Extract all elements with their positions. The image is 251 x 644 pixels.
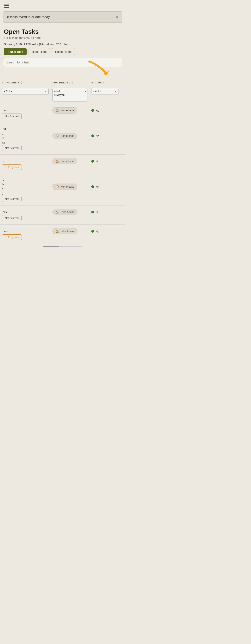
house-icon: 🏠 [55,160,59,163]
status-badge[interactable]: In Progress [2,234,22,240]
pro-dot [91,160,94,162]
table-row: e 🏠 Home base No In Progress [0,155,126,174]
arrow-annotation [87,60,111,75]
hide-filters-button[interactable]: Hide Filters [29,48,50,55]
status-filter-select[interactable]: - ALL - Not Started In Progress Complete… [91,88,119,95]
scrollbar-track [43,246,82,247]
table-row: dow 🏠 Home base No Not Started [0,104,126,123]
pro-needed-filter-cell: × No × Maybe ▾ [51,88,89,102]
calendar-view-link[interactable]: go here [31,36,41,40]
property-cell: 🏠 Home base [51,158,89,164]
banner-close-button[interactable]: × [116,15,118,19]
task-name-cell[interactable]: dow [0,108,51,113]
property-badge[interactable]: 🏠 Lake house [53,228,77,234]
status-filter-cell: - ALL - Not Started In Progress Complete… [89,88,120,102]
pro-needed-cell: No [89,109,120,112]
pro-needed-cell: No [89,134,120,138]
task-name-cell[interactable]: e le / ; [0,177,51,196]
pro-dot [91,185,94,188]
pro-dot [91,134,94,137]
task-name-cell[interactable]: dow [0,229,51,234]
status-cell: In Progress [0,234,51,240]
pro-filter-tag-no[interactable]: × No [54,90,86,92]
col-header-status: STATUS [89,81,120,84]
property-badge[interactable]: 🏠 Lake house [53,209,77,215]
status-badge[interactable]: Not Started [2,114,22,119]
table-header: PROPERTY PRO NEEDED STATUS [0,79,126,86]
horizontal-scrollbar[interactable] [0,244,126,249]
property-filter-select[interactable]: - ALL - Home base Lake house [2,88,49,95]
sort-arrows-pro[interactable] [72,82,73,84]
table-row: ors 🏠 Lake house No Not Started [0,206,126,225]
house-icon: 🏠 [55,210,59,214]
pro-filter-dropdown-arrow[interactable]: ▾ [85,90,86,93]
status-badge[interactable]: Not Started [2,196,22,202]
sort-arrows-property-right[interactable] [21,82,22,84]
property-cell: 🏠 Home base [51,184,89,190]
status-cell: Not Started [0,145,51,151]
house-icon: 🏠 [55,109,59,112]
pro-needed-cell: No [89,160,120,163]
task-name-cell[interactable]: nd , d ng [0,126,51,145]
reset-filters-button[interactable]: Reset Filters [52,48,75,55]
house-icon: 🏠 [55,185,59,188]
col-header-pro-needed: PRO NEEDED [51,81,89,84]
pro-needed-cell: No [89,185,120,188]
property-badge[interactable]: 🏠 Home base [53,184,77,190]
col-header-property: PROPERTY [0,81,51,84]
status-badge[interactable]: Not Started [2,215,22,221]
status-badge[interactable]: In Progress [2,164,22,170]
property-cell: 🏠 Lake house [51,209,89,215]
task-name-cell[interactable]: e [0,159,51,164]
page-title: Open Tasks [4,28,122,35]
property-badge[interactable]: 🏠 Home base [53,107,77,114]
new-task-button[interactable]: + New Task [4,48,27,55]
status-cell: Not Started [0,114,51,119]
tasks-table: PROPERTY PRO NEEDED STATUS [0,79,126,244]
pro-dot [91,230,94,233]
status-cell: Not Started [0,196,51,202]
table-row: e le / ; 🏠 Home base No Not Started [0,174,126,206]
sort-arrows-status[interactable] [103,82,105,84]
status-cell: Not Started [0,215,51,221]
task-name-cell[interactable]: ors [0,210,51,214]
property-cell: 🏠 Home base [51,133,89,139]
house-icon: 🏠 [55,134,59,138]
status-badge[interactable]: Not Started [2,145,22,151]
status-cell: In Progress [0,164,51,170]
banner-text: 8 tasks overdue or due today [7,15,50,19]
overdue-banner: 8 tasks overdue or due today × [3,12,122,23]
table-row: nd , d ng 🏠 Home base No Not Started [0,123,126,155]
scrollbar-thumb[interactable] [43,246,59,247]
filter-row: - ALL - Home base Lake house × No × Mayb… [0,86,126,104]
pro-dot [91,211,94,214]
hamburger-icon [4,4,9,8]
property-badge[interactable]: 🏠 Home base [53,133,77,139]
pro-needed-cell: No [89,230,120,233]
sort-arrows-property[interactable] [2,82,4,84]
page-subtitle: For a calendar view, go here [4,36,122,40]
pro-needed-cell: No [89,210,120,214]
pro-dot [91,109,94,112]
table-row: dow 🏠 Lake house No In Progress [0,225,126,244]
pro-filter-tag-maybe[interactable]: × Maybe [54,93,86,96]
filter-summary: Showing 1-10 of 178 tasks (filtered from… [0,40,126,48]
hamburger-button[interactable] [0,0,13,10]
property-cell: 🏠 Lake house [51,228,89,234]
property-badge[interactable]: 🏠 Home base [53,158,77,164]
property-filter-cell: - ALL - Home base Lake house [0,88,51,102]
property-cell: 🏠 Home base [51,107,89,114]
house-icon: 🏠 [55,230,59,233]
toolbar: + New Task Hide Filters Reset Filters [0,48,126,58]
